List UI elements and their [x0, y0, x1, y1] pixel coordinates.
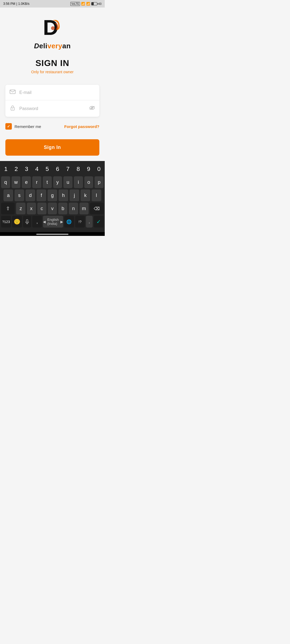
key-6[interactable]: 6	[53, 163, 63, 175]
signin-title: SIGN IN	[35, 58, 69, 68]
svg-text:D: D	[43, 16, 59, 39]
key-o[interactable]: o	[84, 176, 93, 188]
key-k[interactable]: k	[81, 189, 90, 201]
password-input[interactable]	[19, 106, 85, 111]
email-icon	[10, 90, 16, 95]
app-content: D Deliveryan SIGN IN Only for restaurant…	[0, 8, 105, 161]
prev-lang-icon: ◀	[43, 220, 46, 224]
lock-icon	[10, 105, 16, 112]
status-bar: 3:56 PM | 1.0KB/s VoLTE 📶 📶 43	[0, 0, 105, 8]
key-g[interactable]: g	[48, 189, 57, 201]
key-0[interactable]: 0	[94, 163, 104, 175]
signal-icon-2: 📶	[86, 2, 90, 6]
key-s[interactable]: s	[15, 189, 24, 201]
next-lang-icon: ▶	[60, 220, 63, 224]
status-left: 3:56 PM | 1.0KB/s	[3, 2, 30, 6]
key-f[interactable]: f	[37, 189, 46, 201]
key-a[interactable]: a	[3, 189, 13, 201]
keyboard-row-3: ⇧ z x c v b n m ⌫	[1, 203, 104, 214]
logo-container: D Deliveryan	[34, 16, 71, 50]
network-speed: 1.0KB/s	[18, 2, 30, 6]
remember-row: ✓ Remember me Forgot password?	[5, 122, 99, 131]
shift-key[interactable]: ⇧	[1, 203, 15, 214]
key-1[interactable]: 1	[1, 163, 11, 175]
password-field-container	[5, 100, 99, 117]
key-v[interactable]: v	[48, 203, 57, 214]
language-label: English (India)	[47, 218, 59, 226]
period-key[interactable]: .	[86, 216, 93, 228]
email-input[interactable]	[19, 90, 95, 95]
key-4[interactable]: 4	[32, 163, 42, 175]
key-9[interactable]: 9	[84, 163, 93, 175]
signin-subtitle: Only for restaurant owner	[31, 70, 74, 74]
key-m[interactable]: m	[79, 203, 89, 214]
status-right: VoLTE 📶 📶 43	[70, 2, 102, 6]
key-u[interactable]: u	[63, 176, 73, 188]
remember-label: Remember me	[15, 124, 41, 129]
volte-icon: VoLTE	[70, 2, 80, 6]
key-7[interactable]: 7	[63, 163, 73, 175]
remember-left: ✓ Remember me	[5, 123, 41, 130]
key-3[interactable]: 3	[22, 163, 31, 175]
key-q[interactable]: q	[1, 176, 10, 188]
key-h[interactable]: h	[59, 189, 68, 201]
home-bar	[0, 232, 105, 236]
key-z[interactable]: z	[16, 203, 25, 214]
key-5[interactable]: 5	[42, 163, 52, 175]
emoji-key[interactable]: 🙂	[12, 216, 22, 228]
key-j[interactable]: j	[70, 189, 79, 201]
key-r[interactable]: r	[32, 176, 41, 188]
keyboard-bottom-row: ?123 🙂 , ◀ English (India) ▶ 🌐 !? . ✓	[1, 216, 104, 228]
space-key[interactable]: ◀ English (India) ▶	[43, 216, 63, 228]
battery-level: 43	[98, 2, 102, 5]
key-2[interactable]: 2	[12, 163, 21, 175]
home-bar-line	[36, 234, 68, 235]
email-field-container	[5, 85, 99, 100]
key-i[interactable]: i	[74, 176, 83, 188]
svg-rect-8	[26, 219, 28, 222]
forgot-password-link[interactable]: Forgot password?	[64, 124, 99, 129]
backspace-key[interactable]: ⌫	[90, 203, 104, 214]
key-y[interactable]: y	[53, 176, 62, 188]
signal-icon: 📶	[81, 2, 85, 6]
key-x[interactable]: x	[27, 203, 36, 214]
form-card	[5, 85, 99, 117]
key-n[interactable]: n	[69, 203, 78, 214]
key-t[interactable]: t	[43, 176, 52, 188]
keyboard: 1 2 3 4 5 6 7 8 9 0 q w e r t y u i o p …	[0, 161, 105, 232]
app-name: Deliveryan	[34, 42, 71, 50]
key-b[interactable]: b	[58, 203, 67, 214]
svg-point-1	[51, 26, 55, 30]
numeric-key[interactable]: ?123	[1, 216, 11, 228]
key-e[interactable]: e	[22, 176, 31, 188]
check-icon: ✓	[7, 125, 10, 128]
battery-icon	[91, 2, 97, 5]
key-p[interactable]: p	[95, 176, 104, 188]
toggle-password-icon[interactable]	[89, 106, 95, 111]
svg-point-4	[12, 108, 13, 109]
app-logo: D	[40, 16, 64, 40]
comma-key[interactable]: ,	[32, 216, 42, 228]
key-c[interactable]: c	[37, 203, 46, 214]
mic-key[interactable]	[23, 216, 31, 228]
key-l[interactable]: l	[92, 189, 101, 201]
globe-key[interactable]: 🌐	[64, 216, 74, 228]
keyboard-row-1: q w e r t y u i o p	[1, 176, 104, 188]
signin-button[interactable]: Sign In	[5, 139, 99, 156]
time-display: 3:56 PM	[3, 2, 15, 6]
keyboard-row-2: a s d f g h j k l	[1, 189, 104, 201]
exclaim-key[interactable]: !?	[75, 216, 85, 228]
key-w[interactable]: w	[12, 176, 21, 188]
remember-checkbox[interactable]: ✓	[5, 123, 12, 130]
svg-rect-2	[10, 90, 15, 94]
keyboard-number-row: 1 2 3 4 5 6 7 8 9 0	[1, 163, 104, 175]
key-8[interactable]: 8	[74, 163, 83, 175]
key-d[interactable]: d	[26, 189, 35, 201]
speed-display: |	[16, 2, 17, 6]
done-key[interactable]: ✓	[94, 216, 104, 228]
